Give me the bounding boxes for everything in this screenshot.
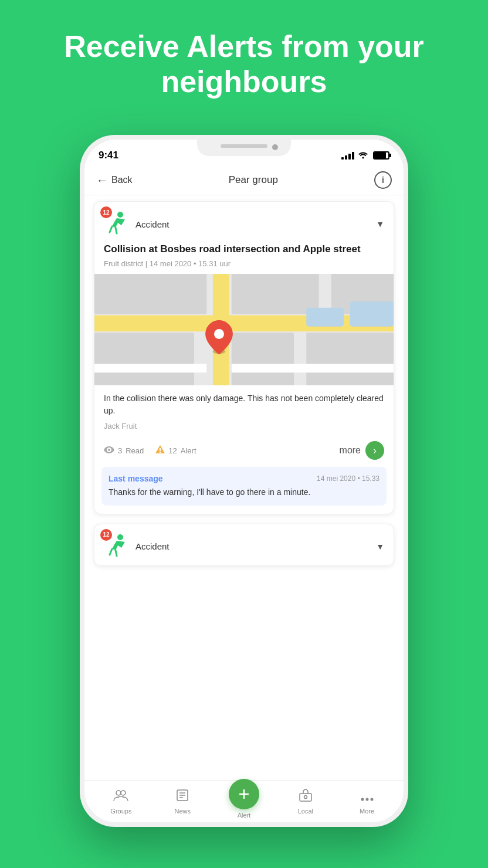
card-header: 12 Accident ▼ (94, 202, 394, 243)
tab-local[interactable]: Local (274, 789, 336, 815)
notch-pill (221, 144, 267, 148)
card2-icon-wrap: 12 (104, 533, 130, 561)
tab-alert[interactable]: Alert (214, 785, 275, 819)
alert-add-button[interactable] (229, 779, 259, 809)
info-icon: i (382, 175, 384, 185)
battery-icon (373, 151, 389, 160)
back-arrow-icon: ← (96, 174, 108, 187)
card-map[interactable] (94, 274, 394, 385)
message-label: Last message (109, 474, 163, 483)
groups-icon (113, 789, 128, 805)
message-header: Last message 14 mei 2020 • 15.33 (109, 474, 379, 483)
more-button[interactable]: more › (340, 441, 384, 460)
tab-alert-label: Alert (238, 812, 251, 819)
svg-point-31 (370, 798, 373, 801)
tab-groups[interactable]: Groups (90, 789, 152, 815)
card2-header-left: 12 Accident (104, 533, 170, 561)
hero-title: Receive Alerts from your neighbours (0, 0, 488, 117)
svg-point-28 (304, 795, 307, 798)
card2-dropdown-icon[interactable]: ▼ (376, 542, 384, 551)
svg-rect-5 (306, 333, 394, 385)
local-icon (299, 789, 313, 805)
svg-rect-12 (306, 308, 344, 327)
svg-point-18 (117, 534, 123, 540)
card-type: Accident (135, 219, 170, 229)
svg-rect-16 (160, 448, 161, 451)
svg-rect-3 (94, 333, 194, 385)
svg-rect-8 (94, 316, 394, 332)
card-title: Collision at Bosbes road intersection an… (94, 243, 394, 259)
map-svg (94, 274, 394, 385)
read-count: 3 (118, 446, 122, 455)
phone-screen: 9:41 (84, 140, 404, 822)
card-header-left: 12 Accident (104, 210, 170, 238)
message-time: 14 mei 2020 • 15.33 (317, 474, 379, 483)
svg-rect-2 (94, 274, 206, 314)
alert-triangle-icon (155, 445, 165, 456)
card2-header: 12 Accident ▼ (94, 524, 394, 565)
eye-icon (104, 445, 114, 456)
signal-icon (341, 151, 354, 160)
alert-badge: 12 (100, 206, 112, 218)
message-text: Thanks for the warning, I'll have to go … (109, 487, 379, 499)
phone-mockup: 9:41 (80, 135, 408, 827)
tab-more-label: More (360, 808, 374, 815)
tab-groups-label: Groups (110, 808, 131, 815)
svg-rect-13 (350, 301, 394, 327)
svg-rect-27 (300, 794, 311, 801)
back-label: Back (111, 175, 133, 185)
dropdown-icon[interactable]: ▼ (376, 219, 384, 229)
map-background (94, 274, 394, 385)
svg-rect-11 (232, 364, 394, 373)
status-time: 9:41 (99, 150, 118, 161)
card-stats: 3 Read 12 Alert (94, 436, 394, 467)
more-arrow-icon: › (365, 441, 384, 460)
tab-news-label: News (174, 808, 191, 815)
svg-point-0 (117, 212, 123, 218)
svg-rect-6 (232, 274, 319, 314)
card-description: In the collision there was only damage. … (94, 385, 394, 419)
more-label: more (340, 445, 361, 456)
svg-point-30 (365, 798, 368, 801)
svg-point-15 (214, 329, 224, 339)
svg-point-20 (121, 791, 126, 795)
nav-bar: ← Back Pear group i (84, 165, 404, 195)
svg-point-19 (116, 791, 121, 795)
back-button[interactable]: ← Back (96, 174, 133, 187)
status-icons (341, 151, 389, 161)
nav-title: Pear group (133, 174, 374, 186)
tab-news[interactable]: News (152, 789, 214, 815)
alert-icon-wrap: 12 (104, 210, 130, 238)
content-area[interactable]: 12 Accident ▼ Collisi (84, 195, 404, 786)
alert-label: Alert (181, 446, 196, 455)
info-button[interactable]: i (374, 171, 392, 189)
tab-more[interactable]: More (336, 789, 398, 815)
notch-camera (272, 144, 278, 150)
svg-rect-4 (232, 333, 294, 385)
card-message: Last message 14 mei 2020 • 15.33 Thanks … (101, 467, 387, 506)
wifi-icon (358, 151, 368, 161)
card2-badge: 12 (100, 529, 112, 541)
card2-type: Accident (135, 541, 170, 551)
svg-rect-17 (160, 452, 161, 453)
alert-count: 12 (168, 446, 177, 455)
read-stat: 3 Read (104, 445, 144, 456)
card-author: Jack Fruit (94, 419, 394, 436)
more-dots-icon (360, 789, 374, 805)
tab-local-label: Local (298, 808, 313, 815)
read-label: Read (126, 446, 144, 455)
tab-bar: Groups News (84, 780, 404, 822)
phone-notch (197, 140, 291, 156)
alert-card-1: 12 Accident ▼ Collisi (94, 201, 394, 514)
card-meta: Fruit district | 14 mei 2020 • 15.31 uur (94, 259, 394, 274)
svg-point-29 (361, 798, 364, 801)
alert-stat: 12 Alert (155, 445, 196, 456)
alert-card-2: 12 Accident ▼ (94, 524, 394, 566)
svg-rect-10 (94, 364, 206, 373)
news-icon (176, 789, 189, 805)
